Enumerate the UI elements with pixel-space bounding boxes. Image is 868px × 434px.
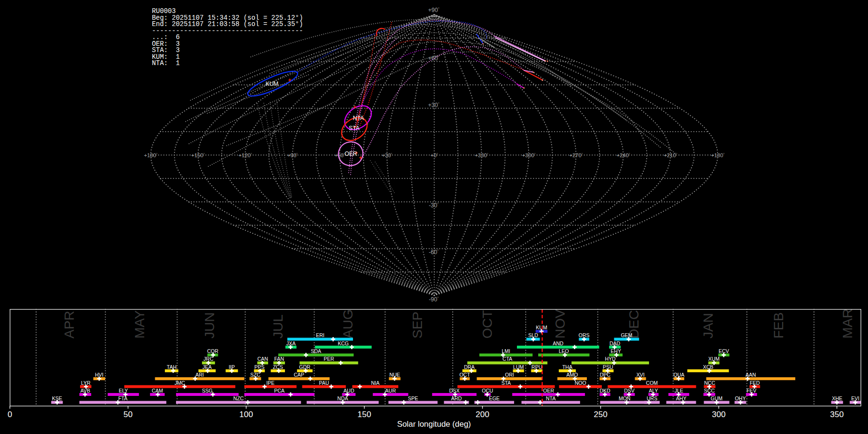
svg-text:FEV: FEV (746, 388, 756, 393)
svg-text:JUN: JUN (202, 312, 217, 339)
svg-text:EVI: EVI (851, 395, 859, 401)
svg-text:+240°: +240° (617, 152, 630, 158)
svg-text:100: 100 (239, 410, 253, 419)
svg-text:+120°: +120° (239, 152, 252, 158)
svg-text:LEO: LEO (559, 348, 569, 354)
svg-text:MAR: MAR (840, 309, 855, 339)
svg-text:QUA: QUA (674, 372, 685, 378)
svg-text:OER: OER (345, 150, 357, 157)
svg-text:CTA: CTA (502, 356, 512, 362)
svg-text:SDA: SDA (311, 348, 322, 354)
svg-text:STA: STA (502, 380, 511, 386)
svg-text:PCA: PCA (274, 388, 285, 393)
svg-text:AUD: AUD (343, 388, 354, 393)
svg-text:NOV: NOV (553, 309, 568, 339)
svg-text:CAM: CAM (152, 388, 163, 393)
svg-text:DKD: DKD (600, 388, 611, 393)
svg-text:OHY: OHY (735, 395, 746, 401)
svg-text:PAU: PAU (319, 380, 329, 386)
svg-text:HVI: HVI (95, 372, 104, 378)
svg-text:Solar longitude (deg): Solar longitude (deg) (397, 420, 471, 428)
svg-text:GEM: GEM (621, 332, 632, 338)
svg-text:XCB: XCB (703, 364, 714, 370)
svg-text:ZCS: ZCS (273, 364, 283, 370)
svg-text:FTA: FTA (118, 395, 127, 401)
svg-text:XHE: XHE (832, 395, 842, 401)
svg-text:ERI: ERI (316, 332, 325, 338)
svg-text:AUR: AUR (385, 388, 396, 393)
svg-text:ORS: ORS (579, 332, 590, 338)
svg-text:KUM: KUM (536, 325, 547, 330)
svg-text:TAH: TAH (167, 364, 176, 370)
svg-text:ELY: ELY (119, 388, 128, 393)
svg-text:-60°: -60° (429, 249, 438, 256)
svg-text:XVI: XVI (637, 372, 645, 378)
svg-text:JUL: JUL (271, 314, 285, 339)
svg-text:FEB: FEB (771, 312, 786, 339)
svg-text:350: 350 (830, 410, 843, 419)
svg-text:KCG: KCG (338, 340, 349, 346)
svg-text:RPU: RPU (531, 364, 542, 370)
svg-text:IIP: IIP (229, 364, 235, 370)
svg-text:-90°: -90° (429, 296, 438, 303)
svg-text:ECV: ECV (719, 348, 729, 354)
svg-text:300: 300 (712, 410, 725, 419)
svg-text:NTA: 1: NTA: 1 (152, 60, 180, 67)
svg-text:+90°: +90° (428, 7, 439, 14)
svg-text:DSX: DSX (449, 388, 460, 393)
svg-text:CAP: CAP (294, 372, 304, 378)
svg-text:PER: PER (324, 356, 334, 362)
svg-text:OCT: OCT (460, 372, 471, 378)
svg-text:DSV: DSV (624, 388, 635, 393)
svg-text:XUM: XUM (708, 356, 719, 362)
svg-text:CQR: CQR (207, 348, 219, 354)
svg-text:SZC: SZC (250, 372, 260, 378)
svg-text:+330°: +330° (475, 152, 488, 158)
svg-text:NUE: NUE (389, 372, 400, 378)
svg-text:ALY: ALY (649, 388, 658, 393)
svg-text:GDR: GDR (299, 364, 311, 370)
svg-text:AUG: AUG (340, 309, 355, 339)
svg-text:ORI: ORI (505, 372, 514, 378)
svg-text:THA: THA (562, 364, 572, 370)
svg-text:+90°: +90° (287, 152, 298, 158)
svg-text:EGE: EGE (489, 395, 500, 401)
svg-text:OCU: OCU (482, 388, 493, 393)
svg-text:CAN: CAN (258, 356, 268, 362)
svg-text:COM: COM (646, 380, 658, 386)
svg-text:OER: OER (543, 388, 554, 393)
svg-text:MON: MON (619, 395, 631, 401)
svg-text:PSU: PSU (603, 364, 613, 370)
svg-text:JRC: JRC (203, 356, 214, 362)
svg-text:+180°: +180° (144, 152, 158, 158)
svg-text:+150°: +150° (191, 152, 205, 158)
svg-text:SSG: SSG (202, 388, 213, 393)
svg-text:GUM: GUM (711, 395, 723, 401)
svg-text:SPE: SPE (408, 395, 418, 401)
svg-text:JXA: JXA (286, 340, 296, 346)
svg-text:SLD: SLD (528, 332, 538, 338)
svg-text:50: 50 (123, 410, 133, 419)
svg-text:LUM: LUM (513, 364, 524, 370)
svg-text:JLE: JLE (675, 388, 683, 393)
svg-text:+30°: +30° (428, 102, 439, 108)
svg-text:NDA: NDA (338, 395, 348, 401)
svg-text:HYD: HYD (605, 356, 616, 362)
svg-text:+60°: +60° (335, 152, 345, 158)
svg-text:+180°: +180° (711, 152, 725, 158)
svg-text:NIA: NIA (371, 380, 380, 386)
svg-text:AHY: AHY (676, 395, 687, 401)
svg-text:DRA: DRA (464, 364, 475, 370)
svg-text:150: 150 (357, 410, 371, 419)
svg-text:LMI: LMI (502, 348, 511, 354)
svg-text:APR: APR (62, 311, 77, 339)
svg-text:AMO: AMO (567, 372, 578, 378)
svg-text:SEP: SEP (410, 312, 425, 339)
svg-text:EHY: EHY (610, 348, 621, 354)
svg-text:+300°: +300° (522, 152, 536, 158)
svg-text:URS: URS (647, 395, 657, 401)
svg-text:IPE: IPE (266, 380, 274, 386)
svg-text:DAD: DAD (610, 340, 621, 346)
svg-text:NTA: NTA (353, 115, 364, 122)
svg-text:+30°: +30° (382, 152, 393, 158)
